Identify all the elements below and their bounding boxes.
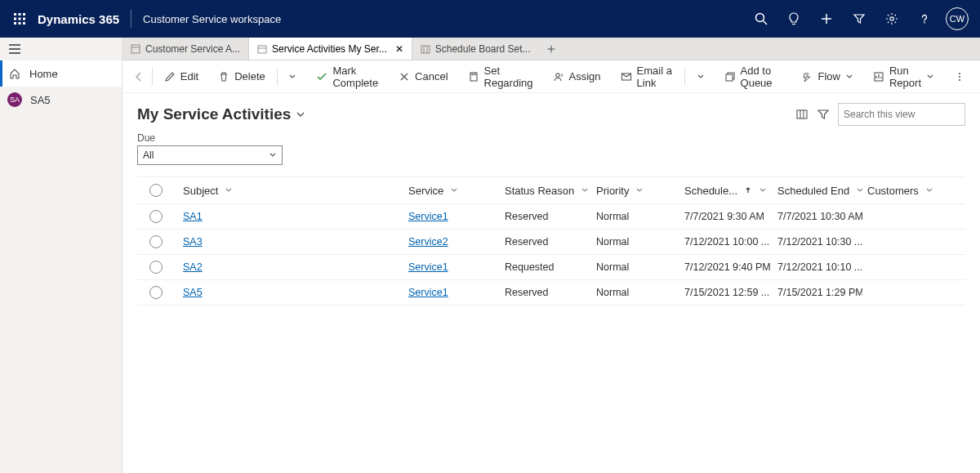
command-bar: Edit Delete Mark Complete Cancel Set Reg…: [122, 60, 980, 93]
row-selector[interactable]: [137, 261, 175, 274]
close-icon[interactable]: ✕: [395, 43, 403, 55]
priority-cell: Normal: [591, 236, 679, 248]
subject-link[interactable]: SA1: [183, 211, 203, 222]
filter-view-icon[interactable]: [817, 108, 830, 121]
help-icon[interactable]: [908, 0, 941, 38]
status-cell: Reserved: [500, 236, 591, 248]
set-regarding-button[interactable]: Set Regarding: [460, 60, 541, 93]
flow-icon: [802, 71, 813, 83]
app-launcher-icon[interactable]: [7, 6, 33, 32]
cmd-label: Add to Queue: [741, 65, 782, 89]
svg-rect-31: [726, 74, 733, 81]
gear-icon[interactable]: [875, 0, 908, 38]
assign-button[interactable]: Assign: [545, 60, 609, 93]
svg-rect-0: [14, 13, 16, 16]
service-link[interactable]: Service1: [408, 211, 448, 222]
col-status[interactable]: Status Reason: [500, 185, 591, 197]
svg-rect-21: [258, 46, 266, 53]
report-icon: [873, 71, 884, 83]
assign-icon: [553, 71, 564, 83]
cmd-label: Email a Link: [637, 65, 673, 89]
view-title[interactable]: My Service Activities: [137, 105, 305, 123]
priority-cell: Normal: [591, 211, 679, 222]
email-link-button[interactable]: Email a Link: [612, 60, 681, 93]
overflow-button[interactable]: [946, 60, 973, 93]
chevron-down-icon: [269, 151, 277, 159]
col-scheduled-start[interactable]: Schedule...: [679, 185, 773, 197]
cmd-label: Assign: [569, 70, 601, 83]
user-avatar[interactable]: CW: [946, 7, 969, 30]
search-icon[interactable]: [745, 0, 777, 38]
svg-rect-1: [19, 13, 21, 16]
col-priority[interactable]: Priority: [591, 185, 679, 197]
tab-service-activities[interactable]: Service Activities My Ser... ✕: [248, 38, 412, 60]
data-grid: Subject Service Status Reason Priority S…: [137, 176, 965, 306]
queue-icon: [724, 71, 736, 83]
new-tab-button[interactable]: [539, 38, 564, 60]
nav-item-home[interactable]: Home: [0, 60, 122, 87]
table-row[interactable]: SA1Service1ReservedNormal7/7/2021 9:30 A…: [137, 204, 965, 230]
add-icon[interactable]: [810, 0, 843, 38]
email-link-split-chevron[interactable]: [688, 60, 713, 93]
svg-rect-2: [23, 13, 25, 16]
svg-point-33: [959, 72, 960, 74]
subject-link[interactable]: SA2: [183, 261, 203, 273]
column-options-icon[interactable]: [795, 108, 808, 121]
due-label: Due: [137, 132, 965, 144]
workspace-name: Customer Service workspace: [143, 13, 281, 25]
status-cell: Reserved: [500, 287, 591, 298]
row-selector[interactable]: [137, 235, 175, 248]
end-cell: 7/12/2021 10:10 ...: [773, 261, 862, 273]
cancel-button[interactable]: Cancel: [390, 60, 456, 93]
end-cell: 7/15/2021 1:29 PM: [773, 287, 862, 298]
svg-point-29: [555, 73, 559, 76]
search-input[interactable]: [844, 109, 966, 120]
lightbulb-icon[interactable]: [777, 0, 810, 38]
subject-link[interactable]: SA3: [183, 236, 203, 248]
mark-complete-button[interactable]: Mark Complete: [308, 60, 387, 93]
chevron-down-icon: [296, 109, 305, 119]
tab-customer-service[interactable]: Customer Service A...: [122, 38, 248, 60]
delete-split-chevron[interactable]: [280, 60, 305, 93]
check-icon: [316, 71, 327, 83]
tab-icon: [257, 44, 267, 54]
subject-link[interactable]: SA5: [183, 287, 203, 298]
start-cell: 7/12/2021 9:40 PM: [679, 261, 773, 273]
add-to-queue-button[interactable]: Add to Queue: [716, 60, 791, 93]
run-report-button[interactable]: Run Report: [865, 60, 942, 93]
table-row[interactable]: SA5Service1ReservedNormal7/15/2021 12:59…: [137, 280, 965, 306]
row-selector[interactable]: [137, 210, 175, 223]
back-button[interactable]: [129, 71, 149, 83]
search-view-box[interactable]: [838, 103, 965, 126]
svg-point-35: [959, 78, 960, 80]
service-link[interactable]: Service1: [408, 287, 448, 298]
edit-button[interactable]: Edit: [156, 60, 207, 93]
nav-collapse-toggle[interactable]: [0, 38, 122, 60]
topbar-divider: [131, 10, 131, 28]
status-cell: Requested: [500, 261, 591, 273]
select-all-header[interactable]: [137, 184, 175, 197]
service-link[interactable]: Service2: [408, 236, 448, 248]
col-customers[interactable]: Customers: [862, 185, 952, 197]
activity-badge-icon: SA: [7, 92, 22, 107]
filter-icon[interactable]: [843, 0, 875, 38]
col-scheduled-end[interactable]: Scheduled End: [773, 185, 862, 197]
global-topbar: Dynamics 365 Customer Service workspace …: [0, 0, 980, 38]
status-cell: Reserved: [500, 211, 591, 222]
cmd-label: Mark Complete: [332, 65, 379, 89]
left-nav: Home SA SA5: [0, 38, 122, 473]
col-service[interactable]: Service: [403, 185, 500, 197]
flow-button[interactable]: Flow: [794, 60, 862, 93]
table-row[interactable]: SA2Service1RequestedNormal7/12/2021 9:40…: [137, 255, 965, 280]
delete-button[interactable]: Delete: [210, 60, 274, 93]
table-row[interactable]: SA3Service2ReservedNormal7/12/2021 10:00…: [137, 230, 965, 255]
tab-icon: [131, 44, 140, 54]
tab-schedule-board[interactable]: Schedule Board Set...: [412, 38, 539, 60]
due-filter-select[interactable]: All: [137, 145, 283, 165]
service-link[interactable]: Service1: [408, 261, 448, 273]
row-selector[interactable]: [137, 286, 175, 299]
svg-rect-36: [797, 110, 807, 118]
col-subject[interactable]: Subject: [175, 185, 403, 197]
nav-item-sa5[interactable]: SA SA5: [0, 87, 122, 113]
tab-icon: [421, 44, 430, 54]
